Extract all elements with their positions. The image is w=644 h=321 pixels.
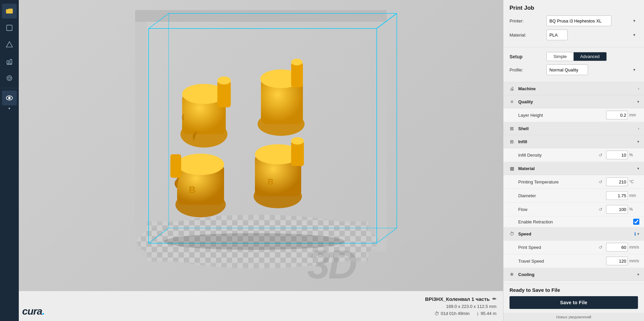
edit-filename-icon[interactable]: ✏ — [492, 296, 496, 302]
setting-item-diameter: Diametermm — [503, 189, 644, 203]
setting-item-layer-height: Layer Heightmm — [503, 108, 644, 122]
setup-section: Setup Simple Advanced Profile: Normal Qu… — [503, 47, 644, 82]
model-stats: ⏱ 01d 01h 49min ⟊ 95.44 m — [434, 311, 496, 316]
setting-label-0: Print Speed — [518, 245, 599, 250]
setting-item-printing-temperature: Printing Temperature↺°C — [503, 175, 644, 189]
svg-rect-2 — [7, 61, 9, 64]
profile-select-wrapper: Normal Quality — [546, 64, 638, 75]
setting-label-1: Travel Speed — [518, 259, 606, 264]
clock-icon: ⏱ — [434, 311, 439, 316]
input-diameter[interactable] — [606, 191, 628, 200]
ready-title: Ready to Save to File — [509, 287, 638, 293]
save-to-file-button[interactable]: Save to File — [509, 296, 638, 309]
sidebar-separator — [0, 88, 19, 88]
setting-label-1: Diameter — [518, 193, 606, 198]
reset-icon-0[interactable]: ↺ — [599, 153, 604, 158]
material-select-wrapper: PLA — [546, 30, 638, 40]
profile-select[interactable]: Normal Quality — [546, 64, 588, 75]
input-print-speed[interactable] — [606, 243, 628, 252]
group-chevron-quality: ▾ — [637, 100, 639, 104]
printer-select[interactable]: BQ Prusa i3 Hephestos XL — [546, 15, 611, 26]
print-job-title: Print Job — [509, 5, 638, 11]
input-flow[interactable] — [606, 205, 628, 214]
right-panel: Print Job Printer: BQ Prusa i3 Hephestos… — [503, 0, 644, 321]
group-icon-speed: ⏱ — [508, 230, 516, 237]
profile-label: Profile: — [509, 67, 546, 72]
group-header-shell[interactable]: ⊠Shell‹ — [503, 122, 644, 135]
sidebar-icon-shape[interactable] — [2, 37, 17, 52]
group-name-material: Material — [518, 166, 637, 171]
sidebar-icon-support[interactable] — [2, 54, 17, 69]
setting-item-print-speed: Print Speed↺mm/s — [503, 240, 644, 254]
reset-icon-0[interactable]: ↺ — [599, 179, 604, 184]
input-travel-speed[interactable] — [606, 257, 628, 265]
svg-point-41 — [177, 154, 224, 175]
group-name-machine: Machine — [518, 86, 638, 91]
material-label: Material: — [509, 33, 546, 38]
profile-row: Profile: Normal Quality — [509, 64, 638, 75]
setting-label-3: Enable Retraction — [518, 219, 633, 224]
group-name-cooling: Cooling — [518, 272, 637, 277]
speed-info-icon[interactable]: ℹ — [634, 231, 636, 236]
group-header-cooling[interactable]: ❄Cooling▾ — [503, 268, 644, 281]
sidebar-icon-object[interactable] — [2, 20, 17, 35]
svg-rect-11 — [135, 10, 387, 22]
material-row: Material: PLA — [509, 30, 638, 40]
svg-point-33 — [217, 76, 231, 85]
setting-item-infill-density: Infill Density↺% — [503, 148, 644, 162]
svg-point-38 — [291, 59, 303, 65]
unit-1: mm — [629, 193, 639, 198]
svg-rect-3 — [10, 60, 12, 64]
group-icon-material: ▦ — [508, 165, 516, 172]
setting-label-0: Layer Height — [518, 113, 606, 118]
printer-select-wrapper: BQ Prusa i3 Hephestos XL — [546, 15, 638, 26]
group-icon-machine: 🖨 — [508, 85, 516, 92]
group-name-speed: Speed — [518, 231, 634, 236]
input-printing-temperature[interactable] — [606, 177, 628, 186]
group-name-quality: Quality — [518, 99, 637, 104]
svg-point-49 — [291, 137, 304, 145]
group-header-infill[interactable]: ⊞Infill▾ — [503, 135, 644, 148]
sidebar-icon-eye[interactable] — [2, 91, 17, 105]
group-header-machine[interactable]: 🖨Machine‹ — [503, 82, 644, 95]
group-header-speed[interactable]: ⏱Speedℹ▾ — [503, 227, 644, 240]
svg-rect-0 — [7, 25, 12, 31]
cura-logo: cura. — [22, 306, 45, 317]
unit-1: mm/s — [629, 259, 639, 263]
unit-0: mm — [629, 113, 639, 117]
setting-label-0: Infill Density — [518, 153, 599, 158]
group-chevron-cooling: ▾ — [637, 272, 639, 277]
sidebar-icon-material[interactable] — [2, 71, 17, 86]
reset-icon-0[interactable]: ↺ — [599, 245, 604, 250]
group-chevron-machine: ‹ — [638, 87, 639, 91]
sidebar-icon-folder[interactable] — [2, 4, 17, 18]
unit-0: °C — [629, 179, 639, 184]
svg-point-5 — [7, 76, 12, 81]
input-layer-height[interactable] — [606, 111, 628, 119]
svg-point-6 — [8, 77, 10, 79]
group-chevron-speed: ▾ — [637, 232, 639, 236]
printer-label: Printer: — [509, 18, 546, 23]
input-infill-density[interactable] — [606, 151, 628, 159]
checkbox-enable-retraction[interactable] — [633, 219, 639, 225]
tab-advanced[interactable]: Advanced — [574, 52, 606, 61]
group-icon-shell: ⊠ — [508, 125, 516, 132]
unit-0: % — [629, 153, 639, 157]
tab-simple[interactable]: Simple — [547, 52, 574, 61]
sidebar-dropdown-chevron[interactable]: ▾ — [2, 106, 17, 111]
group-header-material[interactable]: ▦Material▾ — [503, 162, 644, 175]
setup-label: Setup — [509, 54, 546, 59]
unit-0: mm/s — [629, 245, 639, 250]
group-chevron-material: ▾ — [637, 166, 639, 171]
printer-row: Printer: BQ Prusa i3 Hephestos XL — [509, 15, 638, 26]
svg-point-50 — [164, 233, 345, 250]
sidebar: ▾ — [0, 0, 19, 321]
reset-icon-2[interactable]: ↺ — [599, 207, 604, 212]
group-icon-quality: ≡ — [508, 98, 516, 105]
svg-text:3: 3 — [191, 0, 206, 12]
filament-stat: ⟊ 95.44 m — [476, 311, 496, 316]
material-select[interactable]: PLA — [546, 30, 568, 40]
svg-rect-48 — [291, 141, 304, 166]
group-icon-infill: ⊞ — [508, 138, 516, 145]
group-header-quality[interactable]: ≡Quality▾ — [503, 95, 644, 108]
